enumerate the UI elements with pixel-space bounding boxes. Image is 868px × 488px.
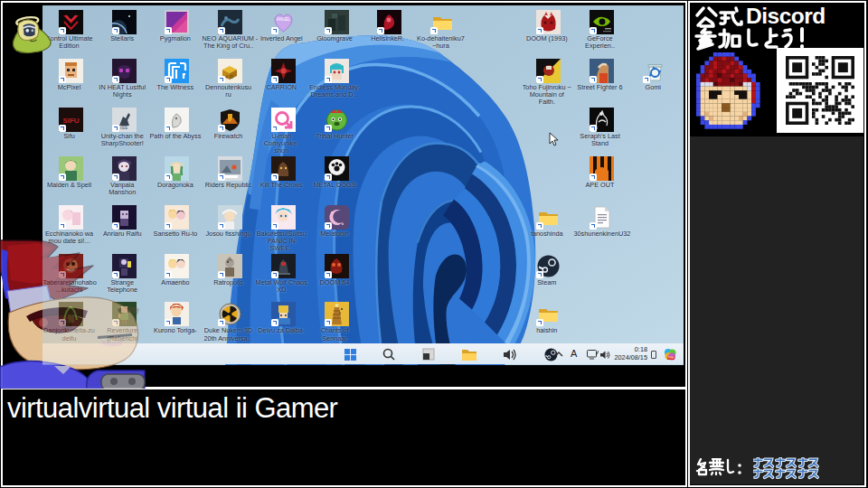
svg-text:KID: KID	[226, 74, 234, 80]
svg-text:tSS: tSS	[120, 125, 128, 130]
svg-text:SIFU: SIFU	[62, 117, 79, 125]
svg-text:ANGEL: ANGEL	[277, 17, 291, 22]
svg-text:PRE: PRE	[667, 356, 675, 360]
